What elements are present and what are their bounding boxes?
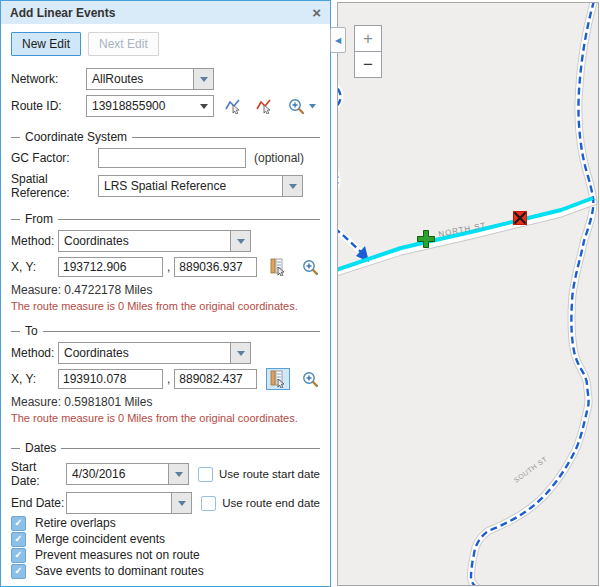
spatial-reference-dropdown-button[interactable] [282, 176, 302, 196]
chevron-down-icon [289, 184, 297, 189]
pick-coordinates-icon [268, 370, 288, 388]
to-method-dropdown-button[interactable] [230, 343, 250, 363]
new-edit-button[interactable]: New Edit [11, 32, 81, 56]
merge-coincident-events-checkbox[interactable]: ✓ [11, 532, 26, 547]
from-warning-text: The route measure is 0 Miles from the or… [11, 300, 320, 313]
from-xy-label: X, Y: [11, 260, 58, 274]
from-x-input[interactable] [58, 257, 163, 277]
app-window: Add Linear Events × New Edit Next Edit N… [0, 0, 600, 587]
prevent-measures-label: Prevent measures not on route [35, 548, 200, 562]
map-view[interactable]: NORTH ST SOUTH ST [337, 2, 599, 586]
save-dominant-routes-checkbox[interactable]: ✓ [11, 564, 26, 579]
chevron-down-icon [237, 239, 245, 244]
panel-titlebar: Add Linear Events × [1, 1, 330, 24]
to-warning-text: The route measure is 0 Miles from the or… [11, 412, 320, 425]
xy-separator: , [167, 260, 170, 274]
collapse-arrow-icon: ◀ [335, 36, 341, 45]
collapse-panel-button[interactable]: ◀ [330, 27, 346, 53]
route-id-combo[interactable]: 13918855900 [86, 95, 214, 117]
street-label-south: SOUTH ST [512, 455, 548, 484]
use-route-start-date-label: Use route start date [219, 468, 320, 480]
to-legend: To [25, 324, 38, 338]
chevron-down-icon [237, 351, 245, 356]
use-route-end-date-checkbox[interactable] [201, 496, 216, 511]
chevron-down-icon [175, 472, 183, 477]
to-zoom-to-location-button[interactable] [299, 368, 323, 390]
to-pick-location-button[interactable] [266, 368, 290, 390]
start-date-value: 4/30/2016 [67, 467, 168, 481]
add-linear-events-panel: Add Linear Events × New Edit Next Edit N… [0, 0, 331, 587]
to-measure-text: Measure: 0.5981801 Miles [11, 396, 320, 409]
spatial-reference-label: Spatial Reference: [11, 172, 98, 200]
network-value: AllRoutes [87, 72, 193, 86]
from-method-dropdown-button[interactable] [230, 231, 250, 251]
route-id-value: 13918855900 [87, 99, 200, 113]
road-casing-left-arc1 [338, 81, 341, 111]
panel-title: Add Linear Events [10, 6, 115, 20]
from-zoom-to-location-button[interactable] [299, 256, 323, 278]
spatial-reference-select[interactable]: LRS Spatial Reference [98, 175, 303, 197]
check-icon: ✓ [14, 566, 22, 576]
dates-legend: Dates [25, 441, 56, 455]
coordinate-system-legend: Coordinate System [25, 130, 127, 144]
magnifier-caret-icon [287, 97, 318, 115]
retire-overlaps-checkbox[interactable]: ✓ [11, 516, 26, 531]
pick-coordinates-icon [268, 258, 288, 276]
network-label: Network: [11, 72, 86, 86]
from-legend: From [25, 212, 53, 226]
select-route-on-map-button[interactable] [223, 96, 245, 116]
route-cursor-blue-icon [225, 98, 243, 114]
magnifier-icon [301, 370, 321, 388]
zoom-out-button[interactable]: − [354, 51, 382, 78]
map-zoom-control: + − [354, 25, 382, 78]
start-date-select[interactable]: 4/30/2016 [66, 463, 189, 485]
use-route-start-date-checkbox[interactable] [198, 467, 213, 482]
zoom-in-button[interactable]: + [354, 25, 382, 52]
from-y-input[interactable] [174, 257, 257, 277]
save-dominant-routes-label: Save events to dominant routes [35, 564, 204, 578]
chevron-down-icon [200, 77, 208, 82]
to-method-label: Method: [11, 346, 58, 360]
from-method-select[interactable]: Coordinates [58, 230, 251, 252]
from-measure-text: Measure: 0.4722178 Miles [11, 284, 320, 297]
chevron-down-icon [200, 104, 208, 109]
use-route-end-date-label: Use route end date [222, 497, 320, 509]
end-date-label: End Date: [11, 496, 66, 510]
gc-factor-label: GC Factor: [11, 151, 98, 165]
check-icon: ✓ [14, 534, 22, 544]
check-icon: ✓ [14, 518, 22, 528]
to-method-value: Coordinates [59, 346, 230, 360]
network-select[interactable]: AllRoutes [86, 68, 214, 90]
from-pick-location-button[interactable] [266, 256, 290, 278]
spatial-reference-value: LRS Spatial Reference [99, 179, 282, 193]
plus-icon: + [363, 29, 373, 49]
gc-factor-input[interactable] [98, 148, 246, 168]
check-icon: ✓ [14, 550, 22, 560]
optional-note: (optional) [254, 151, 304, 165]
chevron-down-icon [178, 501, 186, 506]
clear-route-selection-button[interactable] [254, 96, 276, 116]
from-method-label: Method: [11, 234, 58, 248]
to-method-select[interactable]: Coordinates [58, 342, 251, 364]
to-xy-label: X, Y: [11, 372, 58, 386]
end-date-select[interactable] [66, 492, 192, 514]
zoom-to-route-button[interactable] [285, 95, 320, 117]
map-canvas: NORTH ST SOUTH ST [338, 3, 598, 585]
close-icon[interactable]: × [312, 5, 321, 20]
from-method-value: Coordinates [59, 234, 230, 248]
end-date-dropdown-button[interactable] [171, 493, 191, 513]
start-date-dropdown-button[interactable] [168, 464, 188, 484]
to-x-input[interactable] [58, 369, 163, 389]
to-y-input[interactable] [174, 369, 257, 389]
prevent-measures-checkbox[interactable]: ✓ [11, 548, 26, 563]
to-position-marker [514, 212, 527, 225]
network-dropdown-button[interactable] [193, 69, 213, 89]
merge-coincident-events-label: Merge coincident events [35, 532, 165, 546]
retire-overlaps-label: Retire overlaps [35, 516, 116, 530]
route-id-label: Route ID: [11, 99, 86, 113]
start-date-label: Start Date: [11, 460, 66, 488]
next-edit-button[interactable]: Next Edit [88, 32, 159, 56]
xy-separator: , [167, 372, 170, 386]
minus-icon: − [363, 55, 373, 75]
route-cursor-red-icon [256, 98, 274, 114]
